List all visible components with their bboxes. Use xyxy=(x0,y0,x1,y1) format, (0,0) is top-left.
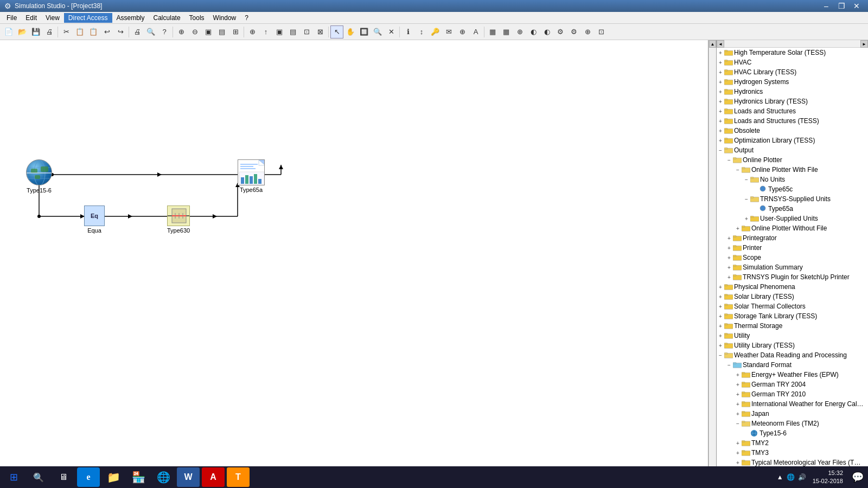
tree-item-loads-structures[interactable]: + Loads and Structures xyxy=(717,106,868,116)
sidebar-tree[interactable]: + Ground Coupling+ Ground Coupling Libra… xyxy=(717,48,868,468)
tree-item-optimization-library[interactable]: + Optimization Library (TESS) xyxy=(717,136,868,145)
component-type15-6[interactable]: Type15-6 xyxy=(26,159,52,194)
tree-item-hvac-library[interactable]: + HVAC Library (TESS) xyxy=(717,67,868,77)
close-button[interactable]: ✕ xyxy=(850,1,864,11)
tree-item-type65a[interactable]: Type65a xyxy=(717,204,868,214)
copy-button[interactable]: 📋 xyxy=(73,25,86,38)
tree-expander[interactable]: + xyxy=(717,302,724,311)
sidebar-scroll-right-btn[interactable]: ► xyxy=(860,40,868,48)
tree-expander[interactable]: + xyxy=(734,439,742,447)
taskbar-chrome[interactable]: 🌐 xyxy=(152,467,175,487)
tree-expander[interactable]: − xyxy=(734,165,742,174)
tree-item-hydrogen-systems[interactable]: + Hydrogen Systems xyxy=(717,77,868,87)
tb-btn-3[interactable]: ▣ xyxy=(202,25,215,38)
menu-file[interactable]: File xyxy=(2,13,21,23)
tree-expander[interactable]: − xyxy=(717,351,724,359)
component-type65a[interactable]: Type65a xyxy=(238,159,265,193)
tree-expander[interactable]: + xyxy=(725,243,733,252)
tree-item-physical-phenomena[interactable]: + Physical Phenomena xyxy=(717,282,868,292)
cut-button[interactable]: ✂ xyxy=(60,25,73,38)
tree-expander[interactable]: + xyxy=(734,409,742,418)
tree-item-german-try-2004[interactable]: + German TRY 2004 xyxy=(717,380,868,389)
taskbar-clock[interactable]: 15:32 15-02-2018 xyxy=(813,469,847,486)
sys-tray-expand[interactable]: ▲ xyxy=(777,473,783,481)
tree-expander[interactable]: + xyxy=(717,117,724,125)
add3-button[interactable]: ⊕ xyxy=(513,25,526,38)
menu-direct-access[interactable]: Direct Access xyxy=(64,13,112,23)
tree-item-loads-structures-tess[interactable]: + Loads and Structures (TESS) xyxy=(717,116,868,126)
taskbar-trnsys[interactable]: T xyxy=(227,467,250,487)
tree-expander[interactable]: + xyxy=(734,370,742,379)
print2-button[interactable]: 🖨 xyxy=(131,25,144,38)
tree-expander[interactable]: + xyxy=(734,224,742,233)
paste-button[interactable]: 📋 xyxy=(87,25,100,38)
tree-expander[interactable]: + xyxy=(717,68,724,76)
tree-expander[interactable]: − xyxy=(743,175,750,184)
tree-expander[interactable]: + xyxy=(717,107,724,115)
tree-item-tmy2[interactable]: + TMY2 xyxy=(717,438,868,448)
tree-item-intl-weather[interactable]: + International Weather for Energy Calcu… xyxy=(717,399,868,409)
menu-help[interactable]: ? xyxy=(240,13,253,23)
tree-expander[interactable]: − xyxy=(734,419,742,428)
save-button[interactable]: 💾 xyxy=(29,25,42,38)
taskbar-pdf[interactable]: A xyxy=(202,467,225,487)
tree-item-hydronics[interactable]: + Hydronics xyxy=(717,87,868,97)
menu-assembly[interactable]: Assembly xyxy=(112,13,149,23)
tree-expander[interactable]: + xyxy=(717,282,724,291)
tree-expander[interactable]: + xyxy=(717,341,724,350)
tree-item-online-plotter-without-file[interactable]: + Online Plotter Without File xyxy=(717,223,868,233)
tree-expander[interactable]: + xyxy=(717,97,724,106)
tree-expander[interactable]: + xyxy=(734,390,742,399)
tree-item-standard-format[interactable]: − Standard Format xyxy=(717,360,868,370)
minimize-button[interactable]: – xyxy=(819,1,833,11)
tree-item-online-plotter[interactable]: − Online Plotter xyxy=(717,155,868,165)
tree-item-meteonorm-tm2[interactable]: − Meteonorm Files (TM2) xyxy=(717,419,868,428)
menu-view[interactable]: View xyxy=(41,13,64,23)
tree-expander[interactable]: + xyxy=(717,322,724,330)
tree-expander[interactable]: + xyxy=(717,292,724,301)
tree-item-energyplus-weather[interactable]: + Energy+ Weather Files (EPW) xyxy=(717,370,868,380)
tree-expander[interactable]: + xyxy=(725,273,733,281)
tree-item-online-plotter-with-file[interactable]: − Online Plotter With File xyxy=(717,165,868,175)
info-button[interactable]: ℹ xyxy=(401,25,414,38)
select-button[interactable]: ↖ xyxy=(330,25,343,38)
help-button[interactable]: ? xyxy=(158,25,171,38)
task-view-button[interactable]: 🖥 xyxy=(52,467,75,487)
grid2-button[interactable]: ▦ xyxy=(500,25,513,38)
tree-item-hvac[interactable]: + HVAC xyxy=(717,57,868,67)
tree-item-weather-data[interactable]: − Weather Data Reading and Processing xyxy=(717,350,868,360)
taskbar-edge[interactable]: e xyxy=(77,467,100,487)
tree-item-type65c[interactable]: Type65c xyxy=(717,184,868,194)
menu-tools[interactable]: Tools xyxy=(185,13,209,23)
gear1-button[interactable]: ⚙ xyxy=(554,25,567,38)
new-button[interactable]: 📄 xyxy=(2,25,15,38)
tree-item-user-supplied-units[interactable]: + User-Supplied Units xyxy=(717,214,868,223)
tree-item-printer[interactable]: + Printer xyxy=(717,243,868,253)
tree-item-type15-6[interactable]: Type15-6 xyxy=(717,428,868,438)
restore-button[interactable]: ❐ xyxy=(834,1,848,11)
tb-btn-1[interactable]: ⊕ xyxy=(175,25,188,38)
tree-item-obsolete[interactable]: + Obsolete xyxy=(717,126,868,136)
menu-edit[interactable]: Edit xyxy=(21,13,41,23)
tree-item-scope[interactable]: + Scope xyxy=(717,253,868,262)
tree-item-trnsys-supplied-units[interactable]: − TRNSYS-Supplied Units xyxy=(717,194,868,204)
sq-button[interactable]: ⊡ xyxy=(595,25,608,38)
print-button[interactable]: 🖨 xyxy=(43,25,56,38)
tree-item-hydronics-library[interactable]: + Hydronics Library (TESS) xyxy=(717,97,868,106)
sidebar-scroll-left-btn[interactable]: ◄ xyxy=(717,40,724,48)
tree-expander[interactable]: + xyxy=(717,331,724,340)
taskbar-word[interactable]: W xyxy=(177,467,200,487)
rect-select-button[interactable]: 🔲 xyxy=(358,25,371,38)
tree-item-no-units[interactable]: − No Units xyxy=(717,175,868,184)
tree-expander[interactable]: + xyxy=(743,214,750,223)
tree-expander[interactable]: + xyxy=(717,312,724,320)
tree-expander[interactable]: + xyxy=(734,458,742,467)
pan-button[interactable]: ✋ xyxy=(344,25,357,38)
tb-btn-4[interactable]: ▤ xyxy=(215,25,228,38)
start-button[interactable]: ⊞ xyxy=(2,467,25,487)
tree-item-japan[interactable]: + Japan xyxy=(717,409,868,419)
half1-button[interactable]: ◐ xyxy=(527,25,540,38)
tree-item-simulation-summary[interactable]: + Simulation Summary xyxy=(717,262,868,272)
tree-item-german-try-2010[interactable]: + German TRY 2010 xyxy=(717,389,868,399)
tree-item-trnsys-plugin-sketchup[interactable]: + TRNSYS Plugin for SketchUp Printer xyxy=(717,272,868,282)
